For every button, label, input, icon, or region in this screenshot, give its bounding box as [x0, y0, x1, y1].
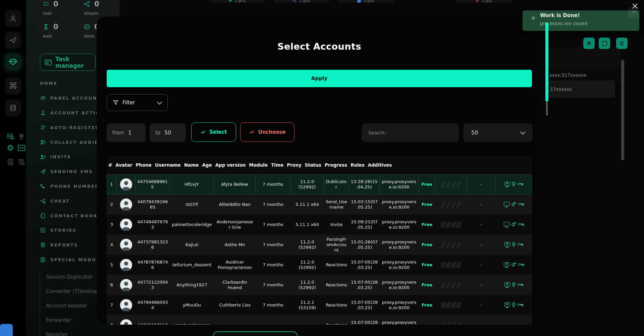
age-cell	[256, 315, 290, 325]
additives-icons	[504, 262, 524, 268]
table-row[interactable]: 3 447494876793 palmettocoleridge Anderso…	[107, 215, 532, 235]
column-header[interactable]: Proxy	[285, 162, 303, 169]
table-row[interactable]: 4 447379813236 KajLei Asthe Mo 7 months …	[107, 235, 532, 255]
users-icon	[40, 95, 48, 101]
status-cell	[419, 315, 435, 325]
submenu-item[interactable]: Converter (TDesktop	[40, 284, 104, 299]
sidebar-item-invite[interactable]: INVITE	[26, 150, 103, 164]
filter-dropdown[interactable]: Filter	[107, 94, 168, 111]
to-input[interactable]: to 50	[150, 123, 186, 142]
female-icon	[512, 242, 516, 247]
chat-widget-button[interactable]	[0, 324, 13, 336]
search-input[interactable]	[362, 130, 459, 135]
table-row[interactable]: 5 447878768746 tellurium_dassent Auidrce…	[107, 255, 532, 275]
sidebar-item-stories[interactable]: STORIES	[26, 223, 103, 238]
profile-nav-button[interactable]	[5, 10, 21, 27]
sidebar-item-collect-audience[interactable]: COLLECT AUDIENCE	[26, 135, 103, 150]
notification-toast[interactable]: Work is Done! processes are closed	[523, 10, 639, 31]
submenu-item[interactable]: Forwarder	[40, 313, 104, 327]
sidebar-item-auto-register[interactable]: AUTO-REGISTER	[26, 120, 103, 135]
sidebar-item-sending-sms[interactable]: SENDING SMS	[26, 164, 103, 179]
table-row[interactable]: 8 44746650553 unsaturationama Reacti	[107, 315, 532, 325]
select-button-label: Select	[209, 129, 227, 135]
app-version-cell	[290, 315, 324, 325]
left-icon-rail: ⌘ ⚙	[0, 0, 26, 336]
table-row[interactable]: 2 4407943916665 IzGTIf Alllelddlto Nan 7…	[107, 194, 532, 215]
submenu-item[interactable]: Account booster	[40, 299, 104, 313]
submenu-item[interactable]: Session Duplicator	[40, 270, 104, 284]
table-row[interactable]: 7 447944660434 yMuuOu Cuthbertx Liss 7 m…	[107, 295, 532, 315]
stop-icon	[602, 41, 607, 46]
stop-button[interactable]	[599, 38, 610, 49]
masked-account-row[interactable]: 17xxxxxx	[548, 80, 615, 98]
funnel-icon	[113, 100, 118, 105]
column-header[interactable]: Module	[247, 162, 269, 169]
column-header[interactable]: Time	[269, 162, 285, 169]
column-header[interactable]: Username	[153, 162, 182, 169]
monitor-icon	[504, 222, 509, 226]
shortcuts-nav-button[interactable]: ⌘	[5, 77, 21, 94]
from-input[interactable]: from 1	[107, 123, 146, 142]
column-header[interactable]: Roles	[349, 162, 366, 169]
module-cell: Reactions	[324, 295, 349, 315]
module-cell: Dublicator	[324, 174, 349, 194]
database-nav-button[interactable]	[5, 100, 21, 116]
task-manager-button[interactable]: Task manager	[40, 54, 96, 71]
sidebar-item-special-modules[interactable]: SPECIAL MODULES	[26, 253, 103, 267]
sidebar-item-home[interactable]: HOME	[26, 76, 103, 91]
sidebar-item-contact-book[interactable]: CONTACT BOOK	[26, 208, 103, 223]
select-button[interactable]: Select	[191, 122, 236, 142]
column-header[interactable]: Avatar	[114, 162, 134, 169]
male-icon	[511, 202, 516, 207]
sidebar-item-label: INVITE	[50, 154, 71, 159]
webcam-icon[interactable]	[17, 132, 25, 141]
table-row[interactable]: 1 447546889615 HfUxjY Afyta Bellew 7 mon…	[107, 174, 532, 194]
progress-cell	[435, 255, 467, 275]
table-row[interactable]: 6 447721220043 Anything1927 Clarksardin …	[107, 275, 532, 295]
clipboard-check-icon[interactable]	[6, 158, 14, 166]
sidebar-item-phone-numbers[interactable]: PHONE NUMBERS	[26, 179, 103, 194]
column-header[interactable]: App version	[214, 162, 248, 169]
female-icon	[512, 302, 516, 308]
avatar	[120, 178, 132, 190]
unchoose-button[interactable]: Unchoose	[240, 122, 294, 142]
monitor-x-icon	[504, 282, 510, 286]
page-scrollbar[interactable]	[621, 60, 624, 160]
code-window-icon[interactable]	[17, 144, 25, 152]
proxy-cell: proxy.proxyverse.io:9200	[380, 275, 419, 295]
column-header[interactable]: #	[107, 162, 114, 169]
close-icon[interactable]	[631, 2, 639, 10]
gear-icon[interactable]: ⚙	[6, 144, 14, 152]
start-button[interactable]	[583, 38, 595, 49]
sidebar-item-reports[interactable]: REPORTS	[26, 238, 103, 253]
swap-windows-icon[interactable]	[17, 158, 25, 166]
send-nav-button[interactable]	[5, 32, 21, 49]
column-header[interactable]: Status	[303, 162, 323, 169]
status-cell: Free	[419, 295, 435, 315]
counter-card-stream: 0 stream	[79, 0, 120, 18]
background-action-button[interactable]	[213, 331, 298, 336]
column-header[interactable]: Progress	[323, 162, 349, 169]
submenu-item[interactable]: Reporter	[40, 327, 104, 336]
column-header[interactable]: Name	[182, 162, 201, 169]
page-size-select[interactable]: 50	[463, 123, 533, 142]
progress-bar	[441, 262, 462, 268]
modal-scrollbar-thumb[interactable]	[545, 22, 548, 102]
sidebar-item-cheat[interactable]: CHEAT	[26, 193, 103, 208]
status-cell: Free	[419, 215, 435, 235]
premium-nav-button[interactable]	[5, 54, 21, 70]
delete-button[interactable]	[616, 38, 628, 49]
column-header[interactable]: Phone	[134, 162, 153, 169]
sidebar-item-panel-accounts[interactable]: PANEL ACCOUNTS	[26, 91, 103, 106]
age-cell: 7 months	[256, 295, 290, 315]
apply-button[interactable]: Apply	[107, 70, 532, 87]
age-cell: 7 months	[256, 215, 290, 235]
proxy-cell: proxy.proxyverse.io:9200	[380, 174, 419, 194]
sidebar-item-account-action[interactable]: ACCOUNT ACTION	[26, 106, 103, 120]
username-cell: palmettocoleridge	[170, 215, 214, 235]
column-header[interactable]: Additives	[366, 162, 393, 169]
modal-scrollbar-track[interactable]	[546, 102, 548, 116]
server-check-icon[interactable]	[6, 132, 14, 141]
column-header[interactable]: Age	[200, 162, 213, 169]
paper-plane-icon	[40, 169, 48, 174]
